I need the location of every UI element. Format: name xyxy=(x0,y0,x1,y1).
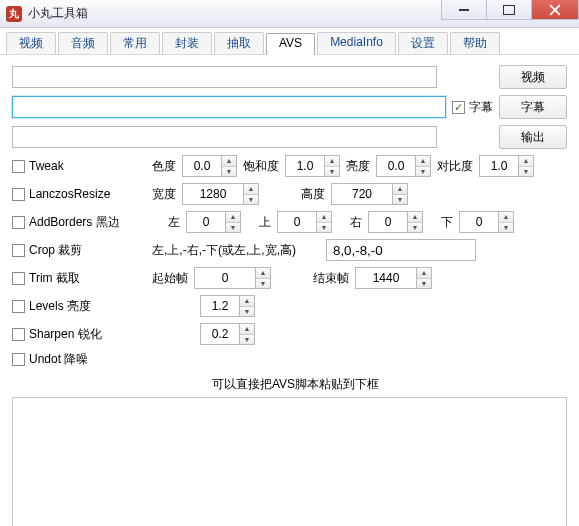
video-path-input[interactable] xyxy=(12,66,437,88)
window-title: 小丸工具箱 xyxy=(28,5,88,22)
up-icon: ▲ xyxy=(222,156,236,167)
avs-script-textarea[interactable] xyxy=(12,397,567,526)
titlebar: 丸 小丸工具箱 xyxy=(0,0,579,28)
tabs: 视频 音频 常用 封装 抽取 AVS MediaInfo 设置 帮助 xyxy=(0,28,579,55)
tab-settings[interactable]: 设置 xyxy=(398,32,448,54)
crop-input[interactable] xyxy=(326,239,476,261)
border-top-spinner[interactable]: ▲▼ xyxy=(277,211,332,233)
tab-common[interactable]: 常用 xyxy=(110,32,160,54)
tab-demux[interactable]: 抽取 xyxy=(214,32,264,54)
border-right-spinner[interactable]: ▲▼ xyxy=(368,211,423,233)
sharpen-checkbox[interactable]: Sharpen 锐化 xyxy=(12,326,152,343)
tab-video[interactable]: 视频 xyxy=(6,32,56,54)
trim-start-spinner[interactable]: ▲▼ xyxy=(194,267,271,289)
maximize-button[interactable] xyxy=(486,0,532,20)
subtitle-button[interactable]: 字幕 xyxy=(499,95,567,119)
bright-spinner[interactable]: ▲▼ xyxy=(376,155,431,177)
avs-panel: 视频 ✓ 字幕 字幕 输出 Tweak 色度 ▲▼ 饱和度 ▲▼ 亮度 ▲▼ 对… xyxy=(0,55,579,526)
tab-help[interactable]: 帮助 xyxy=(450,32,500,54)
output-button[interactable]: 输出 xyxy=(499,125,567,149)
crop-checkbox[interactable]: Crop 裁剪 xyxy=(12,242,152,259)
subtitle-path-input[interactable] xyxy=(12,96,446,118)
script-label: 可以直接把AVS脚本粘贴到下框 xyxy=(212,376,567,393)
app-icon: 丸 xyxy=(6,6,22,22)
width-spinner[interactable]: ▲▼ xyxy=(182,183,259,205)
tab-avs[interactable]: AVS xyxy=(266,33,315,55)
video-button[interactable]: 视频 xyxy=(499,65,567,89)
border-left-spinner[interactable]: ▲▼ xyxy=(186,211,241,233)
undot-checkbox[interactable]: Undot 降噪 xyxy=(12,351,152,368)
border-bottom-spinner[interactable]: ▲▼ xyxy=(459,211,514,233)
height-spinner[interactable]: ▲▼ xyxy=(331,183,408,205)
levels-checkbox[interactable]: Levels 亮度 xyxy=(12,298,152,315)
window-buttons xyxy=(442,0,579,20)
output-path-input[interactable] xyxy=(12,126,437,148)
tab-mediainfo[interactable]: MediaInfo xyxy=(317,32,396,54)
subtitle-checkbox[interactable]: ✓ 字幕 xyxy=(452,99,493,116)
trim-checkbox[interactable]: Trim 截取 xyxy=(12,270,152,287)
sat-spinner[interactable]: ▲▼ xyxy=(285,155,340,177)
hue-spinner[interactable]: ▲▼ xyxy=(182,155,237,177)
tab-audio[interactable]: 音频 xyxy=(58,32,108,54)
tweak-checkbox[interactable]: Tweak xyxy=(12,159,152,173)
contrast-spinner[interactable]: ▲▼ xyxy=(479,155,534,177)
down-icon: ▼ xyxy=(222,167,236,177)
resize-checkbox[interactable]: LanczosResize xyxy=(12,187,152,201)
close-button[interactable] xyxy=(531,0,579,20)
levels-spinner[interactable]: ▲▼ xyxy=(200,295,255,317)
trim-end-spinner[interactable]: ▲▼ xyxy=(355,267,432,289)
minimize-button[interactable] xyxy=(441,0,487,20)
check-icon: ✓ xyxy=(452,101,465,114)
sharpen-spinner[interactable]: ▲▼ xyxy=(200,323,255,345)
tab-mux[interactable]: 封装 xyxy=(162,32,212,54)
borders-checkbox[interactable]: AddBorders 黑边 xyxy=(12,214,152,231)
